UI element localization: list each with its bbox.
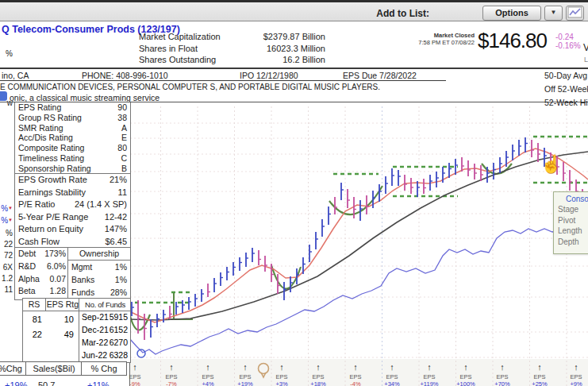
rating-row-label: Composite Rating bbox=[18, 143, 84, 153]
eps-marker-pct: -9% bbox=[129, 380, 140, 386]
rating-row-label: Timeliness Rating bbox=[18, 153, 84, 164]
eps-marker-pct: +100% bbox=[456, 380, 475, 386]
debt-row: Beta1.28 bbox=[15, 285, 69, 298]
ownership-row-value: 28% bbox=[110, 286, 127, 299]
eps-rtg-value: 10 bbox=[47, 315, 74, 324]
eps-marker-pct: +34% bbox=[384, 380, 400, 386]
fundamental-value: 16023.3 Million bbox=[238, 44, 325, 53]
rating-row-value: A bbox=[121, 123, 127, 133]
eps-arrow-icon: ↑ bbox=[500, 362, 505, 372]
hand-cursor: ☝ bbox=[540, 153, 563, 175]
down-arrow-icon: ▼ bbox=[8, 218, 13, 222]
debt-row-value: 173% bbox=[44, 248, 66, 261]
relative-strength-line bbox=[129, 229, 588, 354]
column-header: RS bbox=[23, 299, 45, 311]
down-arrow-icon: ▼ bbox=[8, 206, 13, 210]
stat-row-value: 12-42 bbox=[105, 211, 127, 224]
tooltip-row: Length bbox=[554, 226, 588, 237]
ipo-date: IPO 12/12/1980 bbox=[240, 71, 298, 80]
rating-row-label: EPS Rating bbox=[18, 102, 61, 113]
column-header: EPS Rtg bbox=[45, 299, 79, 311]
clipped-fragment: 6X bbox=[3, 263, 13, 272]
stat-row-label: Cash Flow bbox=[18, 236, 60, 249]
price-change: -0.24 bbox=[555, 33, 574, 41]
eps-rtg-value: 49 bbox=[47, 330, 74, 339]
ownership-row-label: Mgmt bbox=[71, 261, 92, 273]
options-button[interactable]: Options bbox=[482, 6, 541, 21]
eps-arrow-icon: ↑ bbox=[206, 362, 210, 372]
eps-marker-pct: +70% bbox=[494, 380, 510, 386]
eps-arrow-icon: ↑ bbox=[279, 362, 284, 372]
debt-row-label: Alpha bbox=[18, 273, 40, 286]
chart-view-button[interactable] bbox=[566, 6, 584, 21]
debt-row-label: Beta bbox=[18, 285, 36, 298]
options-dropdown-button[interactable]: ▼ bbox=[544, 6, 563, 21]
tooltip-row: Stage bbox=[554, 204, 588, 215]
rating-row-value: B bbox=[121, 164, 127, 174]
ratings-panel: EPS Rating90Group RS Rating38SMR RatingA… bbox=[14, 102, 131, 176]
stat-row-label: 5-Year P/E Range bbox=[18, 211, 88, 224]
rating-row-value: C bbox=[121, 153, 127, 164]
divider-mid bbox=[0, 80, 446, 81]
eps-marker-pct: -7% bbox=[166, 380, 177, 386]
clipped-fragment: %▼ bbox=[1, 204, 13, 213]
funds-divider bbox=[79, 311, 79, 362]
ownership-row-value: 1% bbox=[115, 261, 127, 273]
tooltip-title: Conso bbox=[554, 192, 588, 204]
rating-row-label: Acc/Dis Rating bbox=[18, 133, 73, 143]
ownership-header: Ownership bbox=[68, 248, 130, 261]
stat-row-value: 147% bbox=[105, 223, 127, 236]
quarterly-table-header: Sales($Bil) bbox=[25, 361, 83, 376]
hq-location: ino, CA bbox=[2, 71, 29, 80]
clipped-fragment: % bbox=[6, 229, 13, 237]
ownership-row-label: Funds bbox=[71, 286, 94, 299]
clipped-left-column: %w%▼%▼%22726X1.211 bbox=[0, 0, 13, 386]
eps-arrow-icon: ↑ bbox=[537, 362, 542, 372]
tooltip-row: Depth bbox=[554, 237, 588, 248]
stat-off-52-week: Off 52-Week bbox=[544, 84, 588, 94]
eps-marker-pct: +18% bbox=[310, 380, 326, 386]
quarterly-table-value-clipped: 50.7 bbox=[38, 380, 55, 386]
ownership-panel: OwnershipMgmt1%Banks1%Funds28% bbox=[67, 247, 131, 300]
rating-row: Group RS Rating38 bbox=[15, 113, 130, 123]
stat-row-label: Return on Equity bbox=[18, 223, 83, 236]
eps-arrow-icon: ↑ bbox=[133, 362, 137, 372]
rating-row: Acc/Dis RatingE bbox=[15, 133, 130, 143]
stat-50-day-avg: 50-Day Avg bbox=[544, 71, 587, 80]
fund-count: 6270 bbox=[104, 338, 128, 347]
clipped-fragment: %▼ bbox=[1, 216, 13, 225]
clipped-fragment: % bbox=[6, 49, 13, 58]
ma-40-week-line bbox=[129, 152, 588, 320]
debt-row-value: 1.28 bbox=[50, 285, 66, 298]
eps-arrow-icon: ↑ bbox=[316, 362, 321, 372]
rs-and-funds-panel: RSEPS RtgNo. of Funds81102249Sep-215915D… bbox=[22, 298, 131, 363]
stat-row: Cash Flow$6.45 bbox=[15, 236, 130, 249]
debt-row: Debt173% bbox=[15, 248, 69, 261]
eps-marker-pct: +9% bbox=[570, 380, 582, 386]
fundamental-label: Market Capitalization bbox=[139, 32, 221, 41]
rs-value: 81 bbox=[23, 315, 42, 324]
fundamental-value: $2379.87 Billion bbox=[238, 32, 325, 41]
eps-marker-pct: +3% bbox=[275, 380, 288, 386]
rating-row: Composite Rating80 bbox=[15, 143, 130, 153]
phone: PHONE: 408-996-1010 bbox=[82, 71, 168, 80]
clipped-fragment: 72 bbox=[4, 251, 13, 260]
quarterly-table-header: %Chg bbox=[0, 361, 27, 376]
fund-count: 5915 bbox=[104, 312, 128, 322]
rating-row-value: 90 bbox=[117, 102, 127, 113]
rating-row: Sponsorship RatingB bbox=[15, 164, 130, 174]
stat-row-value: $6.45 bbox=[105, 236, 127, 249]
price-change-pct: -0.16% bbox=[555, 41, 581, 50]
stat-row: P/E Ratio24 (1.4 X SP) bbox=[15, 199, 130, 211]
stat-row-label: P/E Ratio bbox=[18, 199, 55, 211]
rating-row-value: 80 bbox=[117, 143, 127, 153]
clipped-fragment-l: L bbox=[584, 56, 588, 64]
eps-marker-pct: +4% bbox=[202, 380, 214, 386]
fundamental-stats-panel: EPS Growth Rate21%Earnings Stability11P/… bbox=[14, 173, 131, 249]
eps-marker-pct: +19% bbox=[237, 380, 253, 386]
clipped-blue-tag bbox=[0, 91, 7, 101]
rating-row-label: SMR Rating bbox=[18, 123, 63, 133]
divider-chart-top bbox=[0, 102, 588, 102]
stat-row-value: 24 (1.4 X SP) bbox=[75, 199, 127, 211]
ownership-row-label: Banks bbox=[71, 273, 94, 286]
